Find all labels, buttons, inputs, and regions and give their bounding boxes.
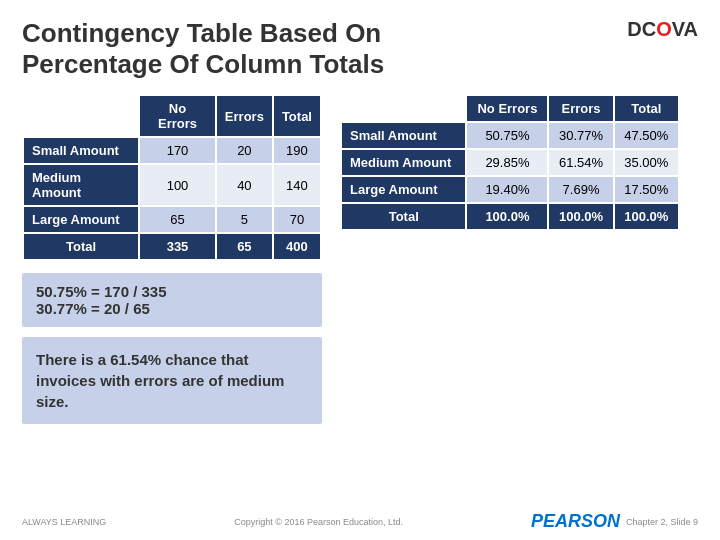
pct-medium-errors: 61.54% — [548, 149, 613, 176]
footer-chapter: Chapter 2, Slide 9 — [626, 517, 698, 527]
left-column: No Errors Errors Total Small Amount 170 … — [22, 94, 322, 424]
formula-line1: 50.75% = 170 / 335 — [36, 283, 167, 300]
pct-footer-label: Total — [341, 203, 466, 230]
pct-row-label-medium: Medium Amount — [341, 149, 466, 176]
right-column: No Errors Errors Total Small Amount 50.7… — [340, 94, 698, 231]
pct-medium-no-errors: 29.85% — [466, 149, 548, 176]
formula-line2: 30.77% = 20 / 65 — [36, 300, 150, 317]
footer-copyright: Copyright © 2016 Pearson Education, Ltd. — [234, 517, 403, 527]
row-label-large: Large Amount — [23, 206, 139, 233]
pct-medium-total: 35.00% — [614, 149, 679, 176]
dcova-badge: DCOVA — [627, 18, 698, 41]
pct-footer-errors: 100.0% — [548, 203, 613, 230]
table-row: Small Amount 170 20 190 — [23, 137, 321, 164]
slide: DCOVA Contingency Table Based On Percent… — [0, 0, 720, 540]
row-small-no-errors: 170 — [139, 137, 216, 164]
row-medium-total: 140 — [273, 164, 321, 206]
pct-row-label-small: Small Amount — [341, 122, 466, 149]
pct-table: No Errors Errors Total Small Amount 50.7… — [340, 94, 680, 231]
row-label-medium: Medium Amount — [23, 164, 139, 206]
dcova-highlight: O — [656, 18, 672, 40]
formula-area: 50.75% = 170 / 335 30.77% = 20 / 65 — [22, 271, 322, 327]
footer-errors: 65 — [216, 233, 273, 260]
row-large-total: 70 — [273, 206, 321, 233]
page-title: Contingency Table Based On Percentage Of… — [22, 18, 698, 80]
row-large-no-errors: 65 — [139, 206, 216, 233]
title-line2: Percentage Of Column Totals — [22, 49, 384, 79]
main-table-header-errors: Errors — [216, 95, 273, 137]
pct-small-errors: 30.77% — [548, 122, 613, 149]
pearson-logo: PEARSON — [531, 511, 620, 532]
pct-row-label-large: Large Amount — [341, 176, 466, 203]
pct-large-total: 17.50% — [614, 176, 679, 203]
row-small-total: 190 — [273, 137, 321, 164]
main-table: No Errors Errors Total Small Amount 170 … — [22, 94, 322, 261]
table-row: Large Amount 65 5 70 — [23, 206, 321, 233]
pct-footer-total: 100.0% — [614, 203, 679, 230]
row-medium-no-errors: 100 — [139, 164, 216, 206]
table-row: Medium Amount 100 40 140 — [23, 164, 321, 206]
title-line1: Contingency Table Based On — [22, 18, 381, 48]
table-row: Large Amount 19.40% 7.69% 17.50% — [341, 176, 679, 203]
content-area: No Errors Errors Total Small Amount 170 … — [22, 94, 698, 424]
footer: ALWAYS LEARNING Copyright © 2016 Pearson… — [22, 511, 698, 532]
table-row: Small Amount 50.75% 30.77% 47.50% — [341, 122, 679, 149]
pct-footer-no-errors: 100.0% — [466, 203, 548, 230]
footer-no-errors: 335 — [139, 233, 216, 260]
main-table-header-no-errors: No Errors — [139, 95, 216, 137]
footer-total: 400 — [273, 233, 321, 260]
dcova-suffix: VA — [672, 18, 698, 40]
pct-large-no-errors: 19.40% — [466, 176, 548, 203]
dcova-prefix: DC — [627, 18, 656, 40]
footer-pearson-area: PEARSON Chapter 2, Slide 9 — [531, 511, 698, 532]
pct-small-total: 47.50% — [614, 122, 679, 149]
pct-empty-header — [341, 95, 466, 122]
row-large-errors: 5 — [216, 206, 273, 233]
row-small-errors: 20 — [216, 137, 273, 164]
pct-large-errors: 7.69% — [548, 176, 613, 203]
row-label-small: Small Amount — [23, 137, 139, 164]
pct-footer-row: Total 100.0% 100.0% 100.0% — [341, 203, 679, 230]
formula-box: 50.75% = 170 / 335 30.77% = 20 / 65 — [22, 273, 322, 327]
pct-header-errors: Errors — [548, 95, 613, 122]
row-medium-errors: 40 — [216, 164, 273, 206]
table-footer-row: Total 335 65 400 — [23, 233, 321, 260]
footer-always-learning: ALWAYS LEARNING — [22, 517, 106, 527]
pct-header-no-errors: No Errors — [466, 95, 548, 122]
pct-header-total: Total — [614, 95, 679, 122]
main-table-empty-header — [23, 95, 139, 137]
pct-small-no-errors: 50.75% — [466, 122, 548, 149]
notice-box: There is a 61.54% chance that invoices w… — [22, 337, 322, 424]
table-row: Medium Amount 29.85% 61.54% 35.00% — [341, 149, 679, 176]
notice-text: There is a 61.54% chance that invoices w… — [36, 351, 284, 410]
main-table-header-total: Total — [273, 95, 321, 137]
footer-label: Total — [23, 233, 139, 260]
